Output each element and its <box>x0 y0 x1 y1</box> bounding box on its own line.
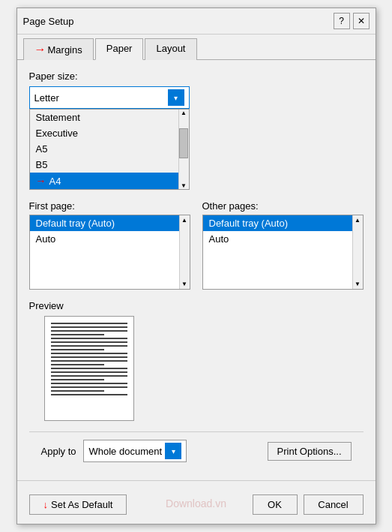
paper-size-container: Letter ▾ Statement Executive A5 B5 → A4 … <box>29 86 190 190</box>
preview-line <box>51 349 104 350</box>
preview-label: Preview <box>29 300 364 311</box>
preview-line <box>51 323 127 324</box>
preview-line <box>51 383 127 384</box>
other-pages-scroll-up-icon[interactable]: ▲ <box>355 217 361 224</box>
scrollbar-thumb <box>179 128 188 158</box>
first-page-scrollbar[interactable]: ▲ ▼ <box>179 215 190 289</box>
first-page-scroll-down-icon[interactable]: ▼ <box>181 281 187 287</box>
footer-right-buttons: OK Cancel <box>253 494 364 515</box>
tray-section: First page: Default tray (Auto) Auto ▲ ▼… <box>29 200 364 290</box>
apply-to-select[interactable]: Whole document ▾ <box>83 440 187 462</box>
apply-to-selected: Whole document <box>88 446 162 457</box>
preview-line <box>51 375 127 377</box>
tab-layout[interactable]: Layout <box>145 38 196 60</box>
preview-line <box>51 368 127 369</box>
preview-line <box>51 353 127 354</box>
other-pages-list: Default tray (Auto) Auto ▲ ▼ <box>202 215 364 290</box>
default-arrow-icon: ↓ <box>43 499 49 510</box>
paper-size-selected: Letter <box>34 92 59 104</box>
paper-size-label: Paper size: <box>29 71 364 82</box>
preview-section: Preview <box>29 300 364 421</box>
first-page-group: First page: Default tray (Auto) Auto ▲ ▼ <box>29 200 190 290</box>
close-button[interactable]: ✕ <box>353 13 370 29</box>
paper-size-list-inner: Statement Executive A5 B5 → A4 <box>30 110 178 189</box>
paper-size-dropdown[interactable]: Letter ▾ <box>29 86 190 109</box>
margins-arrow-icon: → <box>34 43 46 56</box>
separator <box>17 480 376 481</box>
preview-line <box>51 356 127 358</box>
paper-list-item[interactable]: Executive <box>30 125 178 141</box>
preview-line <box>51 394 127 395</box>
other-pages-scrollbar[interactable]: ▲ ▼ <box>352 215 363 289</box>
other-pages-scroll-down-icon[interactable]: ▼ <box>355 281 361 287</box>
first-page-item-auto[interactable]: Auto <box>30 231 179 247</box>
preview-box <box>44 316 134 421</box>
set-as-default-button[interactable]: ↓Set As Default <box>29 494 127 515</box>
preview-line <box>51 386 127 388</box>
scroll-down-icon[interactable]: ▼ <box>181 182 187 189</box>
preview-line <box>51 330 127 332</box>
preview-line <box>51 364 104 365</box>
other-pages-group: Other pages: Default tray (Auto) Auto ▲ … <box>202 200 364 290</box>
ok-button[interactable]: OK <box>253 494 298 515</box>
first-page-label: First page: <box>29 200 190 212</box>
apply-bar: Apply to Whole document ▾ Print Options.… <box>29 431 364 470</box>
help-button[interactable]: ? <box>334 13 350 29</box>
other-pages-item-default[interactable]: Default tray (Auto) <box>203 215 352 231</box>
cancel-button[interactable]: Cancel <box>304 494 364 515</box>
apply-to-label: Apply to <box>41 446 76 457</box>
paper-list-item[interactable]: A5 <box>30 141 178 157</box>
tab-paper[interactable]: Paper <box>95 38 144 60</box>
preview-line <box>51 334 104 335</box>
paper-size-list: Statement Executive A5 B5 → A4 ▲ ▼ <box>29 109 190 190</box>
apply-to-arrow-icon: ▾ <box>165 443 181 459</box>
first-page-scroll-up-icon[interactable]: ▲ <box>181 217 187 224</box>
preview-line <box>51 341 127 343</box>
print-options-button[interactable]: Print Options... <box>268 442 352 461</box>
preview-line <box>51 338 127 339</box>
other-pages-label: Other pages: <box>202 200 364 212</box>
paper-size-dropdown-arrow-icon: ▾ <box>168 89 184 106</box>
scroll-up-icon[interactable]: ▲ <box>181 110 187 116</box>
tab-bar: →Margins Paper Layout <box>17 35 376 60</box>
title-bar: Page Setup ? ✕ <box>17 8 376 35</box>
title-bar-controls: ? ✕ <box>334 13 370 29</box>
other-pages-item-auto[interactable]: Auto <box>203 231 352 247</box>
paper-list-item[interactable]: B5 <box>30 157 178 173</box>
preview-line <box>51 326 127 328</box>
preview-line <box>51 360 127 362</box>
preview-line <box>51 371 127 373</box>
paper-list-arrow-icon: → <box>36 175 46 187</box>
page-setup-dialog: Page Setup ? ✕ →Margins Paper Layout Pap… <box>16 8 376 524</box>
preview-line <box>51 390 104 392</box>
paper-list-item[interactable]: Statement <box>30 110 178 125</box>
dialog-title: Page Setup <box>23 16 74 27</box>
dialog-content: Paper size: Letter ▾ Statement Executive… <box>17 60 376 480</box>
preview-line <box>51 379 104 380</box>
paper-list-scrollbar[interactable]: ▲ ▼ <box>178 110 189 189</box>
tab-margins[interactable]: →Margins <box>23 38 94 60</box>
footer-buttons: ↓Set As Default OK Cancel <box>17 488 376 524</box>
paper-list-item-selected[interactable]: → A4 <box>30 173 178 189</box>
preview-line <box>51 345 127 347</box>
first-page-item-default[interactable]: Default tray (Auto) <box>30 215 179 231</box>
first-page-list-inner: Default tray (Auto) Auto <box>30 215 179 247</box>
other-pages-list-inner: Default tray (Auto) Auto <box>203 215 352 247</box>
first-page-list: Default tray (Auto) Auto ▲ ▼ <box>29 215 190 290</box>
